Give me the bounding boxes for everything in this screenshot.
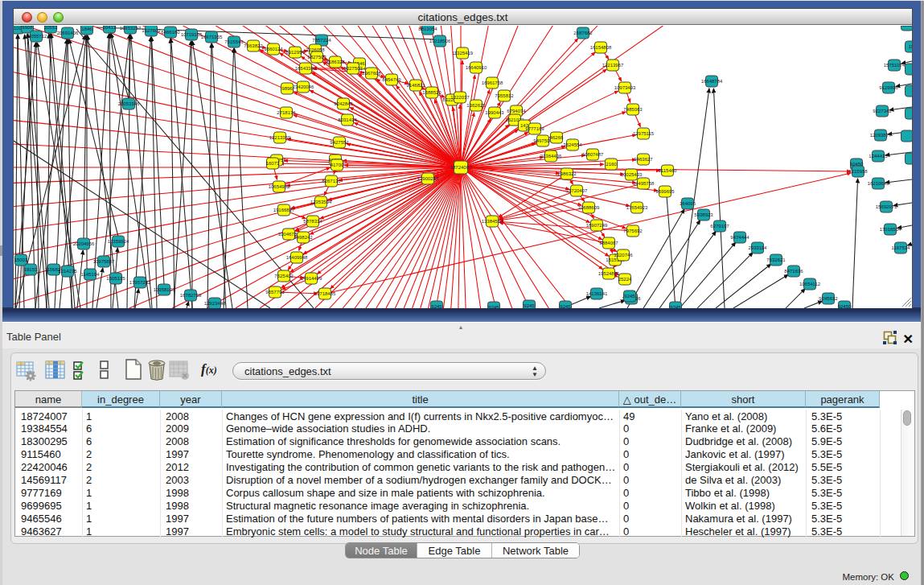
svg-text:9474444: 9474444 — [730, 235, 749, 240]
svg-text:20691406: 20691406 — [57, 31, 79, 35]
svg-text:12093877: 12093877 — [870, 133, 892, 138]
svg-text:16961758: 16961758 — [482, 80, 503, 85]
svg-text:7515546: 7515546 — [224, 39, 244, 44]
svg-text:5878334: 5878334 — [303, 219, 322, 224]
svg-text:13900215: 13900215 — [417, 176, 439, 181]
svg-text:9227342: 9227342 — [873, 109, 892, 113]
svg-text:9699695: 9699695 — [655, 189, 675, 194]
svg-text:1846: 1846 — [81, 27, 92, 31]
svg-text:12353594: 12353594 — [310, 200, 332, 204]
svg-text:9242845: 9242845 — [334, 101, 353, 106]
svg-text:2160: 2160 — [606, 162, 617, 167]
svg-text:9327503: 9327503 — [343, 66, 363, 71]
svg-text:7663822: 7663822 — [244, 43, 263, 48]
svg-text:8471636: 8471636 — [784, 269, 803, 274]
svg-text:10653257: 10653257 — [120, 26, 142, 31]
svg-text:19218506: 19218506 — [429, 39, 451, 43]
svg-text:8813054: 8813054 — [418, 27, 437, 31]
svg-text:9827503: 9827503 — [307, 55, 326, 60]
svg-text:9115460: 9115460 — [659, 168, 678, 173]
svg-text:9896: 9896 — [281, 86, 293, 91]
svg-text:18907249: 18907249 — [586, 223, 608, 228]
svg-text:2986322: 2986322 — [557, 171, 577, 176]
svg-text:16154808: 16154808 — [590, 45, 612, 50]
svg-text:9427552: 9427552 — [330, 140, 349, 145]
svg-text:14914479: 14914479 — [301, 276, 322, 281]
svg-text:8912954: 8912954 — [285, 50, 305, 55]
svg-text:13718485: 13718485 — [314, 291, 336, 296]
svg-text:20053346: 20053346 — [118, 101, 140, 106]
svg-text:16671355: 16671355 — [201, 35, 223, 39]
svg-text:16409948: 16409948 — [286, 255, 308, 260]
svg-text:19153: 19153 — [24, 267, 38, 272]
svg-text:9884067: 9884067 — [599, 241, 618, 245]
svg-text:17359924: 17359924 — [108, 239, 129, 244]
svg-text:1214275: 1214275 — [58, 269, 77, 274]
svg-text:1498242: 1498242 — [294, 235, 313, 240]
svg-text:46266: 46266 — [550, 135, 564, 140]
svg-text:7857224: 7857224 — [312, 38, 331, 43]
svg-text:92450: 92450 — [838, 304, 852, 308]
svg-text:9777169: 9777169 — [525, 126, 544, 131]
svg-text:3215958: 3215958 — [848, 169, 868, 174]
svg-text:9245: 9245 — [488, 305, 499, 308]
svg-text:7955812: 7955812 — [495, 93, 514, 98]
svg-text:10975867: 10975867 — [93, 259, 115, 264]
svg-text:10025433: 10025433 — [621, 172, 643, 177]
svg-text:21364436: 21364436 — [540, 154, 562, 159]
svg-text:25224: 25224 — [618, 277, 632, 282]
svg-text:15: 15 — [909, 44, 912, 49]
svg-text:1588520: 1588520 — [422, 90, 441, 95]
svg-text:7485063: 7485063 — [623, 107, 643, 112]
svg-text:1244415: 1244415 — [869, 154, 888, 159]
svg-text:2687682: 2687682 — [573, 31, 593, 35]
svg-text:9657791: 9657791 — [265, 290, 285, 295]
svg-text:19524851: 19524851 — [598, 271, 620, 276]
svg-text:20413: 20413 — [103, 26, 117, 30]
svg-text:20553: 20553 — [44, 26, 58, 30]
svg-text:17654923: 17654923 — [626, 205, 648, 210]
svg-text:7625402: 7625402 — [274, 274, 294, 278]
svg-text:1362625: 1362625 — [466, 103, 486, 108]
svg-text:10654112: 10654112 — [799, 282, 821, 286]
svg-text:6794074: 6794074 — [507, 109, 526, 113]
svg-text:10807487: 10807487 — [582, 152, 604, 157]
svg-text:8186328: 8186328 — [326, 60, 345, 64]
svg-text:14055712: 14055712 — [26, 34, 47, 39]
svg-text:9129996: 9129996 — [879, 85, 898, 90]
svg-text:23420046: 23420046 — [293, 84, 314, 89]
svg-text:15751074: 15751074 — [884, 63, 906, 68]
svg-text:19166827: 19166827 — [273, 208, 295, 212]
svg-text:6466160: 6466160 — [161, 30, 180, 35]
svg-text:10654982: 10654982 — [269, 184, 290, 189]
svg-text:9146821: 9146821 — [406, 83, 425, 88]
svg-text:1322037: 1322037 — [450, 95, 470, 100]
svg-text:16543382: 16543382 — [295, 66, 317, 71]
svg-text:8267130: 8267130 — [322, 179, 341, 183]
svg-text:10719155: 10719155 — [181, 32, 203, 37]
svg-text:13384554: 13384554 — [482, 219, 503, 224]
svg-text:8454749: 8454749 — [382, 77, 401, 82]
svg-text:12213967: 12213967 — [602, 63, 624, 68]
svg-text:15001: 15001 — [14, 257, 28, 262]
svg-text:41700: 41700 — [331, 163, 344, 167]
svg-text:10958107: 10958107 — [154, 287, 175, 292]
svg-text:1505135: 1505135 — [106, 276, 125, 281]
svg-text:9660124: 9660124 — [264, 47, 283, 51]
svg-text:16640910: 16640910 — [466, 65, 487, 70]
svg-text:17016504: 17016504 — [880, 227, 901, 232]
svg-text:16073: 16073 — [266, 161, 280, 166]
svg-text:1132: 1132 — [902, 26, 912, 27]
svg-text:3624554: 3624554 — [563, 142, 582, 147]
svg-text:9463627: 9463627 — [634, 157, 653, 162]
svg-text:12923448: 12923448 — [204, 301, 226, 306]
svg-text:16782759: 16782759 — [180, 293, 202, 298]
svg-text:18724007: 18724007 — [450, 165, 472, 170]
svg-text:14495758: 14495758 — [633, 181, 655, 186]
svg-text:1320746: 1320746 — [614, 253, 633, 257]
svg-text:15720407: 15720407 — [566, 188, 588, 193]
svg-text:7975692: 7975692 — [623, 229, 643, 233]
svg-text:7632621: 7632621 — [766, 257, 786, 262]
svg-text:2718176: 2718176 — [277, 110, 296, 115]
svg-text:16210643: 16210643 — [868, 181, 889, 186]
